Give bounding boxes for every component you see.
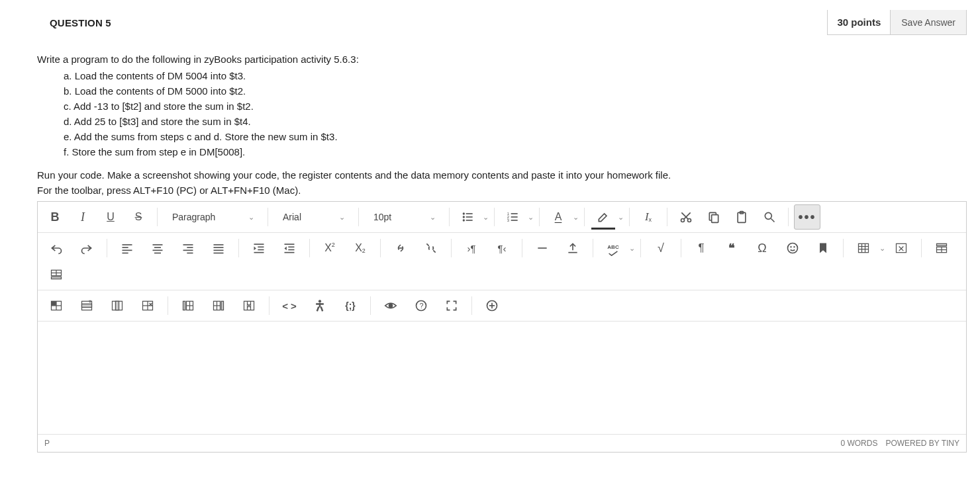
- more-button[interactable]: •••: [794, 204, 820, 230]
- table-props-button[interactable]: [42, 293, 71, 318]
- link-icon: [394, 241, 407, 255]
- outdent-button[interactable]: [275, 236, 304, 261]
- superscript-button[interactable]: X2: [315, 236, 344, 261]
- separator: [522, 239, 522, 257]
- separator: [640, 239, 641, 257]
- question-prompt: Write a program to do the following in z…: [37, 54, 967, 65]
- editor-content-area[interactable]: [38, 322, 966, 434]
- separator: [539, 208, 540, 226]
- element-path[interactable]: P: [44, 439, 50, 448]
- align-left-button[interactable]: [113, 236, 142, 261]
- align-center-button[interactable]: [143, 236, 172, 261]
- chevron-down-icon[interactable]: ⌄: [629, 244, 635, 253]
- separator: [268, 208, 268, 226]
- chevron-down-icon[interactable]: ⌄: [618, 213, 624, 222]
- code-sample-button[interactable]: {;}: [336, 293, 365, 318]
- separator: [358, 208, 359, 226]
- rtl-button[interactable]: ¶‹: [487, 236, 516, 261]
- numbered-list-button[interactable]: 123: [500, 204, 526, 230]
- col-props-button[interactable]: [103, 293, 132, 318]
- row-above-icon: [935, 241, 948, 255]
- row-below-button[interactable]: [42, 262, 71, 287]
- svg-rect-93: [183, 301, 185, 310]
- paste-button[interactable]: [728, 204, 755, 230]
- spellcheck-button[interactable]: ABC: [599, 236, 628, 261]
- underline-button[interactable]: U: [97, 204, 124, 230]
- delete-table-button[interactable]: [887, 236, 916, 261]
- preview-button[interactable]: [376, 293, 405, 318]
- chevron-down-icon[interactable]: ⌄: [483, 213, 489, 222]
- insert-file-button[interactable]: [558, 236, 587, 261]
- font-size-select[interactable]: 10pt⌄: [364, 204, 444, 230]
- svg-text:3: 3: [507, 218, 509, 222]
- horizontal-rule-button[interactable]: [528, 236, 557, 261]
- separator: [269, 296, 270, 315]
- accessibility-button[interactable]: [305, 293, 334, 318]
- special-char-button[interactable]: Ω: [748, 236, 777, 261]
- bullet-list-button[interactable]: [455, 204, 481, 230]
- ltr-button[interactable]: ›¶: [457, 236, 486, 261]
- insert-table-button[interactable]: [849, 236, 878, 261]
- math-button[interactable]: √: [646, 236, 675, 261]
- strikethrough-button[interactable]: S: [125, 204, 152, 230]
- align-justify-icon: [212, 241, 225, 255]
- svg-rect-55: [859, 243, 869, 252]
- copy-button[interactable]: [701, 204, 727, 230]
- row-props-icon: [80, 299, 93, 312]
- delete-row-col-button[interactable]: [133, 293, 162, 318]
- numbered-list-icon: 123: [507, 210, 520, 224]
- chevron-down-icon[interactable]: ⌄: [528, 213, 534, 222]
- blockquote-button[interactable]: ❝: [717, 236, 746, 261]
- subscript-button[interactable]: X2: [346, 236, 375, 261]
- svg-point-108: [389, 304, 393, 308]
- text-color-button[interactable]: A: [545, 204, 571, 230]
- col-right-icon: [212, 299, 225, 312]
- col-left-button[interactable]: [173, 293, 203, 318]
- help-button[interactable]: ?: [407, 293, 436, 318]
- instruction-note: Run your code. Make a screenshot showing…: [37, 169, 967, 181]
- redo-button[interactable]: [72, 236, 101, 261]
- bold-button[interactable]: B: [42, 204, 68, 230]
- anchor-button[interactable]: [808, 236, 838, 261]
- chevron-down-icon: ⌄: [248, 213, 254, 222]
- row-props-button[interactable]: [72, 293, 101, 318]
- fullscreen-button[interactable]: [437, 293, 466, 318]
- chevron-down-icon[interactable]: ⌄: [879, 244, 885, 253]
- question-icon: ?: [415, 299, 428, 312]
- clear-formatting-button[interactable]: Ix: [635, 204, 662, 230]
- show-paragraph-button[interactable]: ¶: [687, 236, 716, 261]
- chevron-down-icon: ⌄: [430, 213, 436, 222]
- indent-button[interactable]: [244, 236, 273, 261]
- undo-button[interactable]: [42, 236, 71, 261]
- block-format-select[interactable]: Paragraph⌄: [163, 204, 262, 230]
- col-right-button[interactable]: [204, 293, 233, 318]
- svg-point-2: [464, 216, 465, 218]
- row-above-button[interactable]: [927, 236, 956, 261]
- svg-text:?: ?: [420, 302, 424, 310]
- svg-line-107: [321, 307, 323, 312]
- chevron-down-icon[interactable]: ⌄: [573, 213, 579, 222]
- delete-col-button[interactable]: [234, 293, 264, 318]
- search-icon: [763, 210, 776, 224]
- cut-button[interactable]: [673, 204, 699, 230]
- add-content-button[interactable]: [477, 293, 507, 318]
- find-replace-button[interactable]: [756, 204, 783, 230]
- upload-icon: [566, 241, 579, 255]
- highlight-icon: [597, 210, 610, 224]
- separator: [238, 239, 239, 257]
- italic-button[interactable]: I: [70, 204, 96, 230]
- svg-rect-70: [52, 277, 62, 279]
- svg-rect-17: [712, 215, 718, 223]
- points-label: 30 points: [827, 10, 890, 35]
- align-right-button[interactable]: [173, 236, 203, 261]
- insert-link-button[interactable]: [386, 236, 415, 261]
- separator: [449, 208, 450, 226]
- save-answer-button[interactable]: Save Answer: [890, 10, 967, 35]
- emoji-button[interactable]: [778, 236, 807, 261]
- remove-link-button[interactable]: [416, 236, 446, 261]
- align-justify-button[interactable]: [204, 236, 233, 261]
- html-source-button[interactable]: < >: [275, 293, 304, 318]
- separator: [157, 208, 158, 226]
- font-family-select[interactable]: Arial⌄: [273, 204, 353, 230]
- highlight-color-button[interactable]: [590, 204, 616, 230]
